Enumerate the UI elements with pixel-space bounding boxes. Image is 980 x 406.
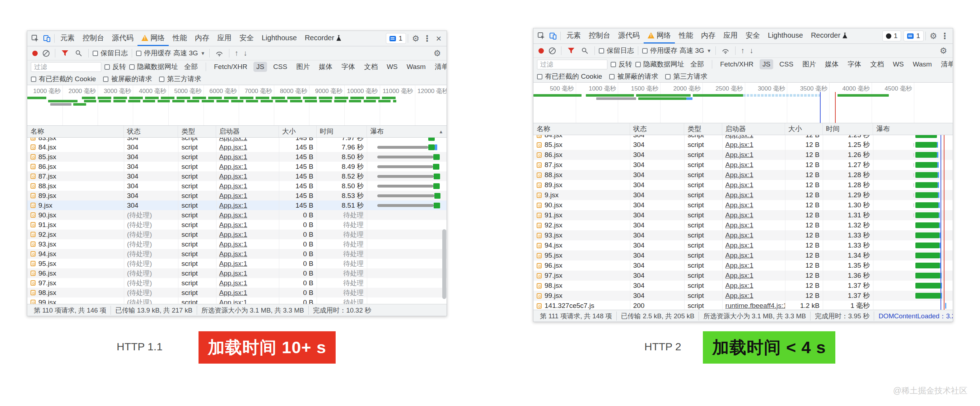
- settings-gear-icon[interactable]: ⚙: [410, 33, 422, 44]
- table-row[interactable]: 97.jsx(待处理)scriptApp.jsx:10 B待处理: [27, 278, 447, 288]
- invert-filter-checkbox[interactable]: 反转: [611, 60, 632, 69]
- filter-type-all[interactable]: 全部: [181, 61, 200, 73]
- column-header-5[interactable]: 时间: [317, 126, 367, 137]
- filter-type-css[interactable]: CSS: [270, 62, 290, 72]
- initiator-link[interactable]: App.jsx:1: [220, 231, 247, 238]
- column-header-0[interactable]: 名称: [27, 126, 124, 137]
- table-row[interactable]: 95.jsx(待处理)scriptApp.jsx:10 B待处理: [27, 259, 447, 269]
- initiator-link[interactable]: App.jsx:1: [220, 221, 247, 229]
- initiator-link[interactable]: App.jsx:1: [220, 240, 247, 248]
- tab-security[interactable]: 安全: [235, 31, 258, 46]
- blocked-cookies-checkbox[interactable]: 有已拦截的 Cookie: [537, 72, 602, 81]
- column-header-6[interactable]: 瀑布▲: [367, 126, 447, 137]
- tab-recorder[interactable]: Recorder: [301, 31, 345, 46]
- table-row[interactable]: 85.jsx304scriptApp.jsx:1145 B8.50 秒: [27, 152, 447, 162]
- initiator-link[interactable]: App.jsx:1: [725, 232, 754, 239]
- column-header-2[interactable]: 类型: [684, 123, 722, 135]
- table-row[interactable]: 87.jsx304scriptApp.jsx:112 B1.27 秒: [533, 160, 953, 170]
- table-row[interactable]: 94.jsx304scriptApp.jsx:112 B1.33 秒: [533, 240, 953, 251]
- tab-performance[interactable]: 性能: [675, 29, 697, 43]
- column-header-1[interactable]: 状态: [124, 126, 178, 137]
- device-toolbar-icon[interactable]: [41, 33, 52, 44]
- initiator-link[interactable]: App.jsx:1: [725, 211, 754, 219]
- scrollbar-thumb[interactable]: [442, 229, 446, 299]
- preserve-log-checkbox[interactable]: 保留日志: [599, 46, 634, 55]
- network-conditions-icon[interactable]: [213, 48, 225, 59]
- filter-type--[interactable]: 文档: [361, 61, 380, 73]
- initiator-link[interactable]: App.jsx:1: [725, 151, 754, 159]
- table-row[interactable]: 84.jsx304scriptApp.jsx:1145 B7.96 秒: [27, 142, 447, 152]
- table-row[interactable]: 9.jsx304scriptApp.jsx:112 B1.29 秒: [533, 190, 953, 200]
- filter-type-wasm[interactable]: Wasm: [910, 59, 935, 69]
- settings-gear-icon[interactable]: ⚙: [928, 30, 939, 42]
- table-row[interactable]: 9.jsx304scriptApp.jsx:1145 B8.51 秒: [27, 200, 447, 210]
- table-row[interactable]: 96.jsx(待处理)scriptApp.jsx:10 B待处理: [27, 269, 447, 278]
- initiator-link[interactable]: App.jsx:1: [220, 250, 247, 258]
- third-party-checkbox[interactable]: 第三方请求: [159, 74, 201, 84]
- initiator-link[interactable]: App.jsx:1: [725, 181, 754, 189]
- filter-type--[interactable]: 媒体: [316, 61, 335, 73]
- filter-type-all[interactable]: 全部: [687, 59, 707, 70]
- initiator-link[interactable]: App.jsx:1: [220, 279, 247, 287]
- device-toolbar-icon[interactable]: [547, 30, 558, 42]
- column-header-1[interactable]: 状态: [630, 123, 684, 135]
- badge-message[interactable]: 1: [904, 30, 924, 41]
- filter-type-fetch-xhr[interactable]: Fetch/XHR: [211, 62, 250, 72]
- initiator-link[interactable]: App.jsx:1: [220, 201, 247, 209]
- filter-type--[interactable]: 图片: [293, 61, 313, 73]
- filter-input[interactable]: [537, 60, 608, 69]
- hide-data-urls-checkbox[interactable]: 隐藏数据网址: [129, 62, 178, 72]
- hide-data-urls-checkbox[interactable]: 隐藏数据网址: [635, 60, 684, 69]
- filter-type-fetch-xhr[interactable]: Fetch/XHR: [717, 59, 756, 69]
- table-row[interactable]: 92.jsx304scriptApp.jsx:112 B1.32 秒: [533, 220, 953, 230]
- export-har-icon[interactable]: ↓: [242, 49, 249, 58]
- initiator-link[interactable]: App.jsx:1: [220, 153, 247, 161]
- initiator-link[interactable]: App.jsx:1: [725, 282, 754, 289]
- table-row[interactable]: 93.jsx304scriptApp.jsx:112 B1.33 秒: [533, 230, 953, 240]
- filter-input[interactable]: [31, 62, 101, 72]
- table-row[interactable]: 98.jsx304scriptApp.jsx:112 B1.37 秒: [533, 281, 953, 291]
- badge-message[interactable]: 1: [386, 33, 406, 44]
- filter-type--[interactable]: 清单: [938, 59, 953, 70]
- third-party-checkbox[interactable]: 第三方请求: [665, 72, 707, 81]
- record-icon[interactable]: [32, 51, 38, 56]
- filter-type--[interactable]: 字体: [339, 61, 358, 73]
- column-header-3[interactable]: 启动器: [216, 126, 279, 137]
- column-header-2[interactable]: 类型: [178, 126, 216, 137]
- preserve-log-checkbox[interactable]: 保留日志: [92, 48, 128, 58]
- tab-performance[interactable]: 性能: [169, 31, 191, 46]
- table-row[interactable]: 97.jsx304scriptApp.jsx:112 B1.36 秒: [533, 270, 953, 281]
- filter-type-js[interactable]: JS: [253, 62, 267, 72]
- tab-sources[interactable]: 源代码: [108, 31, 137, 46]
- tab-application[interactable]: 应用: [213, 31, 235, 46]
- filter-type-js[interactable]: JS: [760, 59, 773, 69]
- initiator-link[interactable]: App.jsx:1: [725, 251, 754, 259]
- initiator-link[interactable]: App.jsx:1: [725, 171, 754, 179]
- table-row[interactable]: 95.jsx304scriptApp.jsx:112 B1.34 秒: [533, 251, 953, 261]
- filter-type--[interactable]: 清单: [432, 61, 447, 73]
- table-row[interactable]: 91.jsx304scriptApp.jsx:112 B1.31 秒: [533, 210, 953, 220]
- initiator-link[interactable]: App.jsx:1: [220, 192, 247, 200]
- import-har-icon[interactable]: ↑: [233, 49, 240, 58]
- export-har-icon[interactable]: ↓: [748, 46, 755, 55]
- initiator-link[interactable]: App.jsx:1: [725, 241, 754, 249]
- tab-lighthouse[interactable]: Lighthouse: [258, 31, 301, 46]
- initiator-link[interactable]: App.jsx:1: [220, 260, 247, 268]
- table-row[interactable]: 85.jsx304scriptApp.jsx:112 B1.25 秒: [533, 140, 953, 150]
- tab-sources[interactable]: 源代码: [614, 29, 644, 43]
- inspect-icon[interactable]: [536, 30, 547, 42]
- clear-icon[interactable]: [43, 50, 49, 57]
- disable-cache-checkbox[interactable]: 停用缓存: [136, 48, 171, 58]
- tab-memory[interactable]: 内存: [191, 31, 213, 46]
- initiator-link[interactable]: App.jsx:1: [220, 137, 247, 142]
- initiator-link[interactable]: App.jsx:1: [725, 262, 754, 270]
- tab-recorder[interactable]: Recorder: [807, 29, 851, 43]
- table-row[interactable]: 86.jsx304scriptApp.jsx:1145 B8.49 秒: [27, 162, 447, 171]
- blocked-requests-checkbox[interactable]: 被屏蔽的请求: [103, 74, 152, 84]
- initiator-link[interactable]: App.jsx:1: [220, 163, 247, 171]
- clear-icon[interactable]: [549, 48, 556, 54]
- table-row[interactable]: 84.jsx304scriptApp.jsx:112 B1.25 秒: [533, 135, 953, 140]
- initiator-link[interactable]: App.jsx:1: [725, 272, 754, 280]
- more-options-icon[interactable]: ⋮: [939, 30, 951, 42]
- table-row[interactable]: 93.jsx(待处理)scriptApp.jsx:10 B待处理: [27, 239, 447, 249]
